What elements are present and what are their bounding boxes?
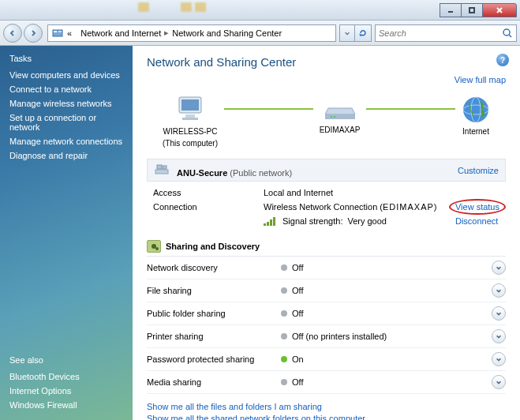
sharing-header: Sharing and Discovery: [147, 237, 506, 257]
network-icon: [154, 163, 170, 177]
breadcrumb-dropdown[interactable]: [339, 24, 355, 42]
map-node-internet: Internet: [462, 96, 490, 148]
svg-rect-13: [325, 114, 355, 119]
connection-label: Connection: [153, 202, 256, 212]
sharing-value: Off: [292, 286, 492, 295]
sidebar-seealso-windows-firewall[interactable]: Windows Firewall: [0, 398, 133, 412]
seealso-heading: See also: [0, 355, 133, 369]
back-button[interactable]: [3, 24, 22, 43]
expand-button[interactable]: [492, 261, 506, 275]
svg-rect-20: [157, 165, 162, 169]
search-box[interactable]: [375, 24, 517, 42]
svg-rect-6: [58, 31, 62, 32]
sharing-value: Off: [292, 309, 492, 318]
sharing-label: Media sharing: [147, 377, 281, 387]
help-icon[interactable]: ?: [496, 54, 509, 66]
sharing-icon: [147, 240, 161, 253]
svg-point-14: [331, 116, 332, 118]
svg-rect-12: [182, 118, 198, 120]
map-ap-label: EDIMAXAP: [320, 126, 361, 134]
breadcrumb-item-2[interactable]: Network and Sharing Center: [172, 28, 282, 38]
sidebar-seealso-bluetooth[interactable]: Bluetooth Devices: [0, 369, 133, 384]
expand-button[interactable]: [492, 283, 506, 298]
maximize-button[interactable]: [461, 3, 483, 17]
sharing-label: Network discovery: [147, 263, 281, 272]
navbar: « Network and Internet ▸ Network and Sha…: [0, 21, 520, 46]
sidebar-item-manage-connections[interactable]: Manage network connections: [0, 134, 133, 148]
status-dot-icon: [281, 379, 287, 385]
breadcrumb-item-1[interactable]: Network and Internet: [80, 28, 161, 38]
breadcrumb[interactable]: « Network and Internet ▸ Network and Sha…: [47, 24, 336, 42]
sharing-title: Sharing and Discovery: [166, 242, 260, 251]
sidebar-seealso-internet-options[interactable]: Internet Options: [0, 384, 133, 398]
forward-button[interactable]: [24, 24, 43, 43]
signal-bars-icon: [264, 216, 278, 226]
tasks-heading: Tasks: [0, 54, 133, 68]
svg-point-15: [334, 116, 335, 118]
content-pane: ? Network and Sharing Center View full m…: [133, 46, 520, 420]
sharing-label: File sharing: [147, 286, 281, 295]
background-blur: [138, 2, 206, 12]
signal-row: Signal strength: Very good: [264, 216, 447, 226]
sharing-row-5: Media sharingOff: [147, 371, 506, 394]
svg-point-16: [463, 97, 488, 122]
status-dot-icon: [281, 356, 287, 362]
access-value: Local and Internet: [264, 188, 447, 197]
sharing-value: Off (no printers installed): [292, 332, 492, 341]
sidebar: Tasks View computers and devices Connect…: [0, 46, 133, 420]
expand-button[interactable]: [492, 329, 506, 343]
expand-button[interactable]: [492, 352, 506, 366]
sharing-row-1: File sharingOff: [147, 279, 506, 302]
search-icon: [502, 28, 513, 39]
map-connection-2: [366, 108, 455, 110]
signal-label: Signal strength:: [282, 216, 342, 226]
footer-link-files[interactable]: Show me all the files and folders I am s…: [147, 402, 506, 411]
minimize-button[interactable]: [440, 3, 462, 17]
sharing-label: Password protected sharing: [147, 354, 281, 364]
computer-icon: [174, 96, 206, 124]
sidebar-item-manage-wireless[interactable]: Manage wireless networks: [0, 96, 133, 111]
status-dot-icon: [281, 333, 287, 339]
footer-link-folders[interactable]: Show me all the shared network folders o…: [147, 414, 506, 420]
view-full-map-link[interactable]: View full map: [455, 75, 506, 84]
search-input[interactable]: [379, 28, 502, 38]
close-button[interactable]: [482, 3, 517, 17]
map-pc-label: WIRELESS-PC: [163, 127, 218, 136]
network-type: (Public network): [230, 168, 292, 178]
disconnect-link[interactable]: Disconnect: [455, 216, 498, 226]
sharing-value: On: [292, 354, 492, 364]
status-dot-icon: [281, 264, 287, 271]
svg-rect-5: [54, 31, 57, 32]
sidebar-item-setup-connection[interactable]: Set up a connection or network: [0, 111, 133, 134]
map-node-ap: EDIMAXAP: [320, 97, 361, 146]
sharing-label: Public folder sharing: [147, 309, 281, 318]
sharing-value: Off: [292, 377, 492, 387]
map-pc-sublabel: (This computer): [163, 139, 218, 148]
sidebar-item-connect-network[interactable]: Connect to a network: [0, 82, 133, 96]
network-header: ANU-Secure (Public network) Customize: [147, 159, 506, 182]
network-map: WIRELESS-PC (This computer) EDIMAXAP Int…: [147, 89, 506, 151]
expand-button[interactable]: [492, 375, 506, 389]
control-panel-icon: [51, 28, 64, 39]
customize-link[interactable]: Customize: [458, 166, 499, 175]
sharing-row-2: Public folder sharingOff: [147, 302, 506, 325]
sharing-label: Printer sharing: [147, 332, 281, 341]
svg-rect-11: [185, 114, 195, 118]
svg-rect-1: [469, 8, 474, 13]
sidebar-item-view-computers[interactable]: View computers and devices: [0, 68, 133, 82]
view-status-link[interactable]: View status: [455, 202, 499, 212]
breadcrumb-prefix[interactable]: «: [67, 28, 72, 38]
breadcrumb-sep-icon: ▸: [164, 28, 169, 38]
map-connection-1: [224, 108, 313, 110]
status-dot-icon: [281, 287, 287, 294]
sharing-row-0: Network discoveryOff: [147, 257, 506, 279]
refresh-button[interactable]: [354, 24, 372, 42]
globe-icon: [462, 96, 490, 124]
expand-button[interactable]: [492, 306, 506, 321]
svg-rect-19: [155, 170, 168, 174]
page-title: Network and Sharing Center: [147, 55, 506, 69]
breadcrumb-sep: [75, 28, 77, 38]
sidebar-item-diagnose-repair[interactable]: Diagnose and repair: [0, 148, 133, 163]
map-internet-label: Internet: [462, 127, 489, 136]
sharing-row-3: Printer sharingOff (no printers installe…: [147, 325, 506, 348]
